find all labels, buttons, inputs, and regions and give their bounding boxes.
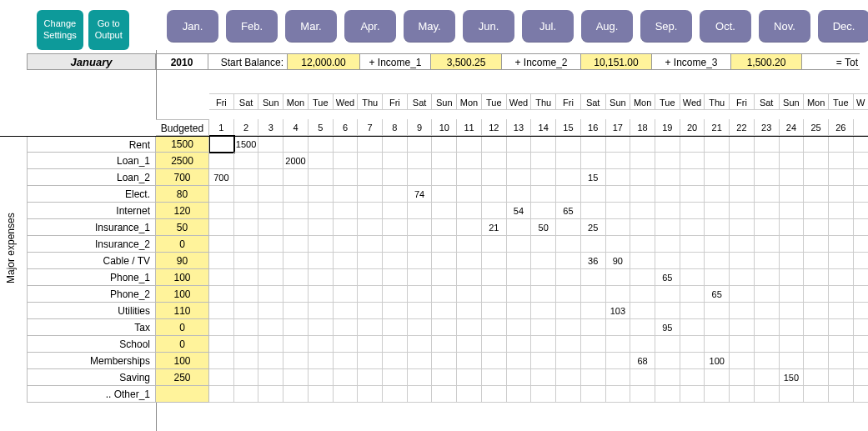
grid-cell[interactable]	[854, 353, 868, 369]
grid-cell[interactable]	[432, 253, 457, 269]
grid-cell[interactable]	[655, 353, 680, 369]
grid-cell[interactable]	[730, 153, 755, 169]
grid-cell[interactable]	[258, 319, 283, 336]
grid-cell[interactable]	[408, 369, 433, 386]
grid-cell[interactable]	[209, 203, 234, 219]
grid-cell[interactable]	[804, 253, 829, 269]
grid-cell[interactable]	[680, 253, 705, 269]
grid-cell[interactable]	[507, 136, 532, 153]
grid-cell[interactable]	[358, 236, 383, 253]
grid-cell[interactable]	[209, 319, 234, 336]
grid-cell[interactable]	[780, 153, 805, 169]
grid-cell[interactable]	[482, 303, 507, 319]
grid-cell[interactable]	[334, 353, 359, 369]
grid-cell[interactable]	[283, 169, 309, 186]
grid-cell[interactable]	[482, 136, 507, 153]
grid-cell[interactable]	[383, 253, 408, 269]
grid-cell[interactable]: 700	[209, 169, 234, 186]
start-balance-value[interactable]: 12,000.00	[287, 53, 360, 70]
grid-cell[interactable]	[606, 219, 631, 236]
grid-cell[interactable]	[334, 219, 359, 236]
grid-cell[interactable]	[234, 203, 259, 219]
grid-cell[interactable]	[309, 353, 334, 369]
grid-cell[interactable]	[630, 186, 655, 203]
grid-cell[interactable]	[457, 286, 482, 303]
grid-cell[interactable]: 2000	[283, 153, 309, 169]
grid-cell[interactable]	[556, 386, 581, 403]
grid-cell[interactable]	[780, 386, 805, 403]
grid-cell[interactable]	[507, 236, 532, 253]
budget-cell[interactable]: 700	[156, 169, 209, 186]
income3-value[interactable]: 1,500.20	[730, 53, 802, 70]
grid-cell[interactable]: 100	[705, 353, 730, 369]
grid-cell[interactable]	[630, 203, 655, 219]
grid-cell[interactable]	[234, 169, 259, 186]
grid-cell[interactable]	[334, 153, 359, 169]
grid-cell[interactable]	[258, 219, 283, 236]
grid-cell[interactable]	[680, 303, 705, 319]
grid-cell[interactable]	[482, 269, 507, 286]
grid-cell[interactable]	[655, 203, 680, 219]
grid-cell[interactable]	[755, 169, 780, 186]
grid-cell[interactable]	[730, 253, 755, 269]
grid-cell[interactable]	[383, 353, 408, 369]
grid-cell[interactable]	[457, 353, 482, 369]
grid-cell[interactable]	[829, 303, 854, 319]
grid-cell[interactable]	[258, 203, 283, 219]
grid-cell[interactable]	[309, 203, 334, 219]
budget-cell[interactable]: 50	[156, 219, 209, 236]
grid-cell[interactable]	[680, 219, 705, 236]
grid-cell[interactable]	[258, 336, 283, 353]
grid-cell[interactable]	[358, 269, 383, 286]
grid-cell[interactable]	[655, 303, 680, 319]
grid-cell[interactable]	[556, 153, 581, 169]
grid-cell[interactable]	[457, 369, 482, 386]
grid-cell[interactable]	[358, 286, 383, 303]
grid-cell[interactable]	[556, 336, 581, 353]
grid-cell[interactable]	[408, 303, 433, 319]
grid-cell[interactable]	[432, 336, 457, 353]
grid-cell[interactable]	[507, 303, 532, 319]
grid-cell[interactable]	[309, 253, 334, 269]
month-button-oct[interactable]: Oct.	[700, 10, 751, 43]
grid-cell[interactable]	[358, 203, 383, 219]
grid-cell[interactable]	[606, 386, 631, 403]
budget-cell[interactable]	[156, 386, 209, 403]
grid-cell[interactable]	[655, 253, 680, 269]
grid-cell[interactable]	[283, 303, 309, 319]
grid-cell[interactable]	[209, 269, 234, 286]
grid-cell[interactable]	[408, 169, 433, 186]
grid-cell[interactable]	[630, 219, 655, 236]
grid-cell[interactable]	[755, 336, 780, 353]
grid-cell[interactable]	[432, 186, 457, 203]
grid-cell[interactable]	[358, 319, 383, 336]
grid-cell[interactable]	[829, 353, 854, 369]
grid-cell[interactable]	[581, 203, 606, 219]
grid-cell[interactable]	[804, 336, 829, 353]
grid-cell[interactable]	[258, 353, 283, 369]
grid-cell[interactable]	[680, 369, 705, 386]
grid-cell[interactable]	[804, 369, 829, 386]
grid-cell[interactable]	[531, 386, 556, 403]
grid-cell[interactable]	[383, 369, 408, 386]
grid-cell[interactable]	[531, 286, 556, 303]
grid-cell[interactable]	[780, 336, 805, 353]
grid-cell[interactable]	[258, 253, 283, 269]
grid-cell[interactable]	[234, 253, 259, 269]
grid-cell[interactable]	[258, 136, 283, 153]
grid-cell[interactable]	[630, 269, 655, 286]
grid-cell[interactable]	[705, 169, 730, 186]
grid-cell[interactable]	[507, 369, 532, 386]
grid-cell[interactable]	[705, 219, 730, 236]
grid-cell[interactable]: 150	[780, 369, 805, 386]
grid-cell[interactable]	[655, 286, 680, 303]
grid-cell[interactable]	[755, 353, 780, 369]
grid-cell[interactable]	[581, 303, 606, 319]
grid-cell[interactable]	[482, 319, 507, 336]
grid-cell[interactable]	[755, 369, 780, 386]
grid-cell[interactable]	[730, 169, 755, 186]
grid-cell[interactable]	[680, 136, 705, 153]
grid-cell[interactable]	[854, 369, 868, 386]
grid-cell[interactable]	[234, 186, 259, 203]
grid-cell[interactable]	[334, 253, 359, 269]
